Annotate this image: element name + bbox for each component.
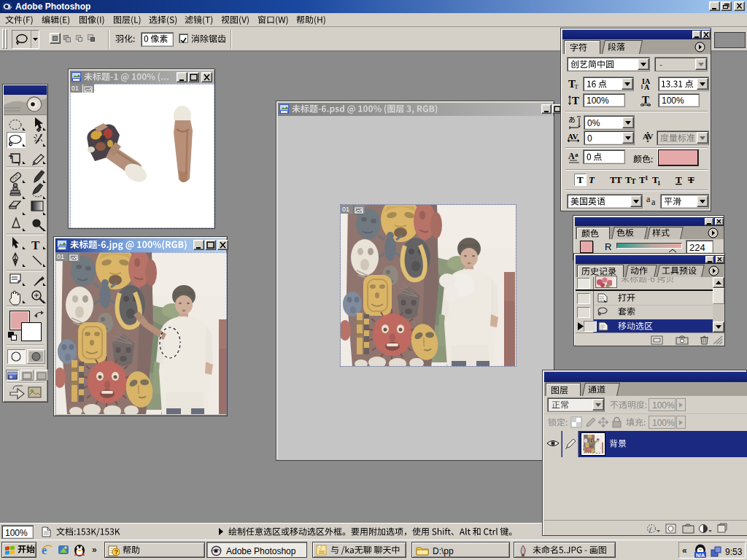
svg-text:N/A: N/A	[696, 553, 705, 558]
svg-text:T: T	[688, 174, 694, 185]
svg-text:T: T	[631, 177, 636, 185]
svg-text:1: 1	[645, 174, 649, 182]
svg-text:T: T	[574, 83, 578, 90]
svg-text:?: ?	[115, 548, 119, 556]
svg-text:T: T	[572, 95, 579, 106]
svg-text:f: f	[649, 526, 652, 533]
svg-text:a: a	[651, 197, 656, 206]
svg-text:T: T	[616, 174, 622, 185]
svg-text:T: T	[589, 174, 595, 185]
svg-text:1: 1	[657, 179, 661, 187]
svg-text:T: T	[577, 174, 584, 185]
svg-text:a: a	[575, 151, 578, 158]
svg-text:T: T	[31, 238, 40, 252]
svg-text:a: a	[646, 195, 651, 204]
svg-text:A: A	[644, 83, 650, 90]
svg-text:T: T	[676, 174, 682, 185]
svg-text:A: A	[568, 151, 575, 161]
